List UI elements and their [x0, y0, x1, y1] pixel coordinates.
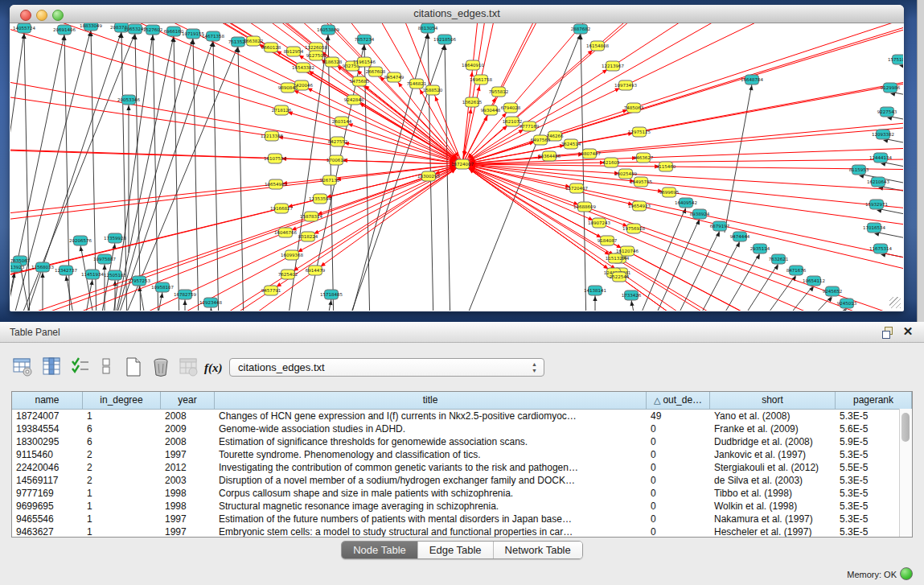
table-row[interactable]: 2242004622012Investigating the contribut…: [12, 461, 912, 474]
sort-ascending-icon: △: [654, 395, 660, 405]
column-header-short[interactable]: short: [710, 392, 836, 409]
svg-text:1151327: 1151327: [606, 256, 626, 261]
svg-text:7625402: 7625402: [278, 272, 298, 277]
table-row[interactable]: 1830029562008Estimation of significance …: [12, 435, 912, 448]
tab-network-table[interactable]: Network Table: [494, 542, 582, 558]
node-table[interactable]: namein_degreeyeartitle△out_de…shortpager…: [11, 391, 913, 538]
column-header-title[interactable]: title: [215, 392, 647, 409]
table-row[interactable]: 911546021997Tourette syndrome. Phenomeno…: [12, 448, 912, 461]
svg-text:9115460: 9115460: [656, 164, 676, 169]
table-cell: 1998: [161, 487, 215, 500]
svg-text:9245652: 9245652: [823, 289, 843, 294]
table-cell: 2: [83, 448, 161, 461]
table-cell: 1: [83, 487, 161, 500]
table-cell: 0: [647, 474, 710, 487]
table-cell: 1: [83, 500, 161, 513]
column-header-out_de[interactable]: △out_de…: [647, 392, 710, 409]
status-bar: Memory: OK: [0, 565, 924, 585]
svg-text:9463627: 9463627: [634, 155, 654, 160]
dropdown-arrows-icon: ▲▼: [532, 361, 537, 374]
table-panel-title: Table Panel: [10, 322, 60, 343]
column-header-pagerank[interactable]: pagerank: [836, 392, 912, 409]
table-panel-header: Table Panel ✕: [0, 322, 924, 343]
svg-text:10654112: 10654112: [803, 278, 825, 283]
delete-column-button[interactable]: [150, 356, 174, 380]
svg-text:3913923: 3913923: [10, 265, 25, 270]
svg-text:6879197: 6879197: [710, 224, 730, 229]
close-panel-icon[interactable]: ✕: [901, 325, 914, 338]
svg-text:12342737: 12342737: [55, 268, 77, 273]
svg-text:15718485: 15718485: [320, 292, 343, 297]
svg-text:20691406: 20691406: [53, 27, 76, 32]
svg-text:8938924: 8938924: [690, 212, 710, 216]
table-row[interactable]: 1872400712008Changes of HCN gene express…: [12, 410, 912, 422]
window-resize-grip[interactable]: [889, 297, 901, 308]
column-header-name[interactable]: name: [12, 392, 83, 409]
network-canvas[interactable]: 1872400714055724206914061883304920837319…: [10, 23, 903, 311]
table-row[interactable]: 946554611997Estimation of the future num…: [12, 513, 912, 525]
column-header-label: short: [762, 394, 783, 406]
table-vertical-scrollbar[interactable]: [899, 409, 912, 537]
svg-text:621605: 621605: [603, 160, 620, 165]
network-view-window[interactable]: citations_edges.txt 18724007140557242069…: [10, 5, 904, 311]
show-columns-icon: [42, 357, 63, 378]
network-canvas-svg: 1872400714055724206914061883304920837319…: [10, 23, 903, 311]
table-cell: Genome-wide association studies in ADHD.: [215, 422, 647, 435]
column-header-in_degree[interactable]: in_degree: [83, 392, 161, 409]
svg-text:9457791: 9457791: [261, 288, 281, 293]
svg-text:16053809: 16053809: [317, 27, 339, 32]
tab-edge-table[interactable]: Edge Table: [418, 542, 494, 558]
table-cell: 18724007: [12, 410, 83, 422]
new-document-icon: [124, 357, 145, 378]
svg-text:10654982: 10654982: [265, 182, 287, 187]
scrollbar-thumb[interactable]: [901, 413, 910, 442]
table-row[interactable]: 1456911722003Disruption of a novel membe…: [12, 474, 912, 487]
table-row[interactable]: 969969511998Structural magnetic resonanc…: [12, 500, 912, 513]
node-table-rows: 1872400712008Changes of HCN gene express…: [12, 410, 912, 538]
show-columns-button[interactable]: [40, 356, 64, 380]
function-builder-button[interactable]: f(x): [204, 356, 228, 380]
svg-text:19218506: 19218506: [433, 37, 456, 42]
svg-text:10973493: 10973493: [614, 83, 637, 88]
table-row[interactable]: 977716911998Corpus callosum shape and si…: [12, 487, 912, 500]
table-cell: Disruption of a novel member of a sodium…: [215, 474, 647, 487]
svg-text:17957253: 17957253: [128, 278, 150, 283]
svg-text:6794028: 6794028: [501, 105, 521, 110]
new-column-button[interactable]: [122, 356, 146, 380]
desktop-right-gutter: [917, 0, 924, 322]
import-table-button[interactable]: [177, 356, 201, 380]
table-cell: 6: [83, 422, 161, 435]
svg-text:8471676: 8471676: [786, 268, 807, 273]
table-cell: Franke et al. (2009): [710, 422, 836, 435]
svg-text:6914479: 6914479: [306, 268, 326, 273]
table-cell: 1: [83, 513, 161, 525]
svg-text:6966160: 6966160: [164, 29, 184, 34]
trash-icon: [151, 357, 172, 378]
table-cell: 1997: [161, 448, 215, 461]
svg-text:9242848: 9242848: [344, 97, 364, 102]
table-cell: 9115460: [12, 448, 83, 461]
network-window-titlebar[interactable]: citations_edges.txt: [10, 5, 904, 23]
svg-text:2603144: 2603144: [332, 119, 352, 124]
svg-text:20364486: 20364486: [538, 154, 561, 159]
table-row[interactable]: 1938455462009Genome-wide association stu…: [12, 422, 912, 435]
svg-text:18724007: 18724007: [451, 162, 474, 167]
table-cell: 2003: [161, 474, 215, 487]
float-panel-icon[interactable]: [882, 327, 893, 338]
table-settings-button[interactable]: [11, 356, 35, 380]
network-window-title: citations_edges.txt: [10, 5, 904, 23]
checklist-icon: [71, 357, 92, 378]
tab-node-table[interactable]: Node Table: [342, 542, 418, 558]
table-row[interactable]: 946362711997Embryonic stem cells: a mode…: [12, 525, 912, 538]
table-mode-button[interactable]: [95, 356, 119, 380]
svg-text:10958107: 10958107: [151, 285, 174, 290]
table-cell: 0: [647, 500, 710, 513]
column-header-year[interactable]: year: [161, 392, 215, 409]
svg-text:10807487: 10807487: [578, 151, 601, 156]
svg-text:18495785: 18495785: [630, 179, 652, 184]
select-columns-button[interactable]: [69, 356, 93, 380]
table-selector-dropdown[interactable]: citations_edges.txt ▲▼: [229, 358, 544, 377]
svg-text:16409542: 16409542: [675, 200, 697, 205]
svg-text:7857234: 7857234: [355, 37, 375, 42]
svg-text:9699695: 9699695: [659, 190, 680, 195]
